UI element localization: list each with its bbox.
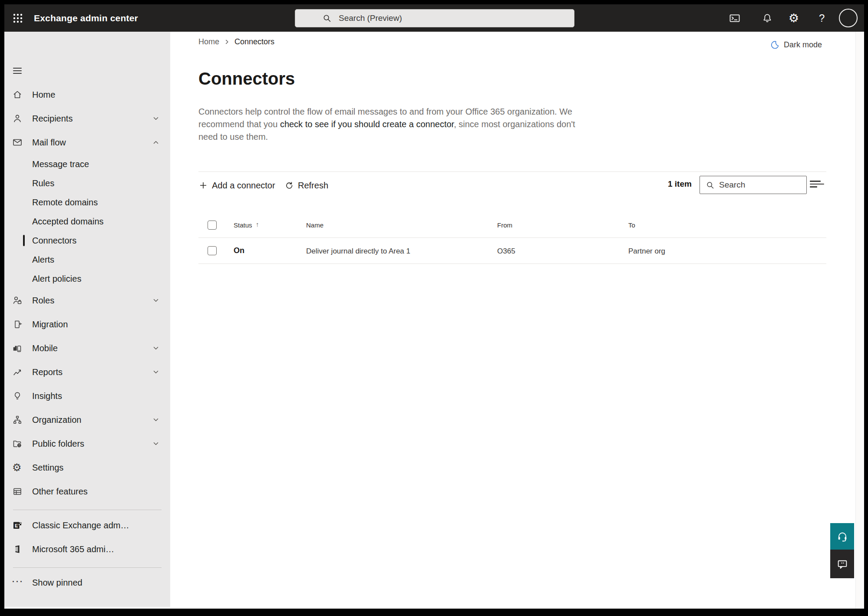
sidebar-item-rules[interactable]: Rules: [4, 174, 170, 193]
sidebar-item-label: Mobile: [32, 343, 58, 353]
mail-icon: [12, 137, 23, 148]
sidebar-item-recipients[interactable]: Recipients: [4, 109, 170, 128]
feedback-speech-bubble-icon: [836, 558, 848, 570]
refresh-button[interactable]: Refresh: [284, 178, 328, 193]
sidebar-item-label: Home: [32, 90, 55, 100]
list-search-input[interactable]: [700, 176, 806, 194]
column-header-status[interactable]: Status: [234, 221, 252, 229]
table-header-divider: [198, 237, 826, 238]
breadcrumb-current: Connectors: [234, 37, 274, 46]
sidebar-item-accepted-domains[interactable]: Accepted domains: [4, 212, 170, 231]
sidebar-item-label: Accepted domains: [32, 217, 104, 227]
column-header-to[interactable]: To: [628, 221, 635, 229]
sidebar-item-label: Remote domains: [32, 198, 98, 208]
hamburger-menu-icon[interactable]: [12, 66, 23, 76]
page-description: Connectors help control the flow of emai…: [198, 105, 586, 143]
refresh-label: Refresh: [298, 181, 328, 191]
chevron-right-icon: [224, 39, 230, 45]
sidebar-item-label: Roles: [32, 296, 54, 306]
folder-globe-icon: [12, 438, 23, 449]
plus-icon: [198, 181, 208, 190]
help-icon[interactable]: ?: [819, 4, 825, 32]
cloud-shell-icon[interactable]: [729, 4, 741, 32]
sidebar-item-label: Rules: [32, 178, 54, 188]
row-checkbox[interactable]: [208, 246, 217, 255]
moon-icon: [770, 40, 780, 50]
selected-indicator: [23, 235, 25, 246]
sidebar-item-settings[interactable]: ⚙ Settings: [4, 458, 170, 477]
sidebar-item-label: Classic Exchange adm…: [32, 520, 129, 530]
sidebar-item-connectors-selected[interactable]: Connectors: [4, 231, 170, 250]
filter-icon[interactable]: [810, 181, 824, 189]
sidebar-item-label: Show pinned: [32, 578, 83, 588]
column-header-from[interactable]: From: [497, 221, 512, 229]
sidebar-item-microsoft-365-admin[interactable]: Microsoft 365 admi…: [4, 540, 170, 559]
support-button[interactable]: [830, 523, 854, 550]
chevron-down-icon: [152, 115, 160, 122]
sidebar-item-label: Alert policies: [32, 274, 81, 284]
chevron-down-icon: [152, 296, 160, 304]
sidebar-item-label: Microsoft 365 admi…: [32, 544, 114, 554]
refresh-icon: [284, 181, 294, 190]
dark-mode-toggle[interactable]: Dark mode: [770, 40, 822, 50]
chevron-down-icon: [152, 416, 160, 424]
sidebar-item-migration[interactable]: Migration: [4, 315, 170, 334]
chevron-up-icon: [152, 138, 160, 146]
left-navigation: Home Recipients Mail flow Message trace …: [4, 32, 170, 607]
account-avatar[interactable]: [839, 9, 858, 27]
notifications-bell-icon[interactable]: [762, 4, 773, 32]
column-header-name[interactable]: Name: [306, 221, 323, 229]
lightbulb-icon: [12, 391, 23, 401]
settings-gear-icon[interactable]: ⚙: [789, 4, 799, 32]
sidebar-item-label: Mail flow: [32, 138, 66, 148]
sidebar-item-remote-domains[interactable]: Remote domains: [4, 193, 170, 212]
gear-icon: ⚙: [12, 462, 23, 473]
select-all-checkbox[interactable]: [208, 221, 217, 230]
sidebar-item-insights[interactable]: Insights: [4, 386, 170, 405]
sidebar-item-message-trace[interactable]: Message trace: [4, 155, 170, 174]
reports-icon: [12, 367, 23, 377]
roles-icon: [12, 295, 23, 306]
sidebar-item-alerts[interactable]: Alerts: [4, 250, 170, 269]
sidebar-item-roles[interactable]: Roles: [4, 291, 170, 310]
sidebar-item-home[interactable]: Home: [4, 85, 170, 104]
sidebar-item-other-features[interactable]: Other features: [4, 482, 170, 501]
chevron-down-icon: [152, 344, 160, 352]
app-window: Exchange admin center ⚙ ?: [4, 4, 864, 609]
svg-text:E: E: [15, 523, 18, 528]
global-search-box[interactable]: [295, 9, 574, 27]
sidebar-item-mail-flow[interactable]: Mail flow: [4, 133, 170, 152]
vertical-scrollbar[interactable]: [855, 32, 864, 609]
mobile-icon: [12, 343, 23, 353]
sidebar-divider: [13, 510, 162, 510]
sidebar-item-mobile[interactable]: Mobile: [4, 339, 170, 358]
description-link[interactable]: check to see if you should create a conn…: [280, 119, 454, 129]
table-row-divider: [198, 264, 826, 264]
toolbar-top-divider: [198, 171, 826, 172]
list-search-box[interactable]: [700, 176, 807, 194]
sidebar-item-alert-policies[interactable]: Alert policies: [4, 269, 170, 288]
breadcrumb-home-link[interactable]: Home: [198, 37, 219, 46]
cell-name[interactable]: Deliver journal directly to Area 1: [306, 247, 410, 256]
sidebar-item-label: Migration: [32, 320, 68, 329]
page-title: Connectors: [198, 69, 295, 89]
sidebar-item-label: Settings: [32, 463, 63, 473]
microsoft-365-logo: [12, 544, 23, 554]
sidebar-item-organization[interactable]: Organization: [4, 410, 170, 429]
app-launcher-icon[interactable]: [12, 13, 23, 24]
sidebar-item-public-folders[interactable]: Public folders: [4, 434, 170, 453]
table-icon: [12, 486, 23, 497]
org-chart-icon: [12, 415, 23, 425]
sidebar-item-label: Organization: [32, 415, 81, 425]
feedback-button[interactable]: [830, 550, 854, 578]
sidebar-item-label: Connectors: [32, 236, 76, 246]
add-connector-button[interactable]: Add a connector: [198, 178, 275, 193]
cell-status: On: [234, 246, 244, 255]
global-search-input[interactable]: [295, 10, 574, 27]
migration-icon: [12, 319, 23, 329]
sidebar-item-label: Reports: [32, 367, 63, 377]
chevron-down-icon: [152, 440, 160, 448]
sidebar-item-show-pinned[interactable]: ··· Show pinned: [4, 573, 170, 592]
sidebar-item-classic-exchange[interactable]: E Classic Exchange adm…: [4, 516, 170, 535]
sidebar-item-reports[interactable]: Reports: [4, 362, 170, 382]
